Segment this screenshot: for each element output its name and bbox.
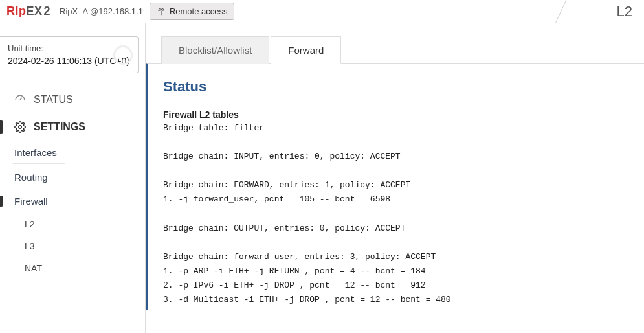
unit-time-box: Unit time: 2024-02-26 11:06:13 (UTC+0): [0, 36, 139, 73]
unit-time-label: Unit time:: [8, 43, 130, 53]
svg-point-2: [19, 126, 22, 129]
nav-firewall-l2[interactable]: L2: [0, 213, 145, 235]
antenna-icon: [157, 7, 166, 16]
status-heading: Status: [163, 78, 628, 95]
product-logo: RipEX2: [6, 5, 50, 18]
topbar: RipEX2 RipX_A @192.168.1.1 Remote access…: [0, 0, 644, 23]
nav-firewall-nat[interactable]: NAT: [0, 257, 145, 279]
logo-part-2: 2: [44, 5, 51, 17]
nav-status[interactable]: STATUS: [0, 86, 145, 113]
svg-line-1: [20, 98, 22, 100]
device-address-label: RipX_A @192.168.1.1: [60, 6, 143, 16]
sidebar: Unit time: 2024-02-26 11:06:13 (UTC+0) S…: [0, 23, 146, 333]
gear-icon: [14, 121, 26, 133]
main-content: Blocklist/Allowlist Forward Status Firew…: [146, 23, 644, 333]
tab-pane-forward: Status Firewall L2 tables Bridge table: …: [146, 63, 644, 310]
nav-firewall-l3[interactable]: L3: [0, 235, 145, 257]
logo-part-ex: EX: [27, 5, 43, 17]
refresh-icon[interactable]: [113, 45, 133, 65]
nav-status-label: STATUS: [34, 94, 73, 106]
tab-forward[interactable]: Forward: [271, 36, 341, 64]
gauge-icon: [14, 94, 26, 106]
firewall-tables-heading: Firewall L2 tables: [163, 109, 628, 120]
nav-interfaces[interactable]: Interfaces: [13, 141, 65, 164]
tabs: Blocklist/Allowlist Forward: [161, 36, 644, 64]
remote-access-button[interactable]: Remote access: [150, 3, 235, 20]
tab-blocklist[interactable]: Blocklist/Allowlist: [161, 36, 269, 64]
main-nav: STATUS SETTINGS Interfaces Routing Firew…: [0, 86, 145, 279]
nav-settings[interactable]: SETTINGS: [0, 113, 145, 141]
firewall-tables-output: Bridge table: filter Bridge chain: INPUT…: [163, 121, 628, 307]
nav-firewall[interactable]: Firewall: [0, 189, 145, 213]
decorative-slant: [547, 0, 573, 23]
nav-settings-label: SETTINGS: [34, 121, 85, 133]
logo-part-rip: Rip: [6, 5, 27, 17]
remote-access-label: Remote access: [170, 6, 228, 16]
unit-time-value: 2024-02-26 11:06:13 (UTC+0): [8, 56, 130, 66]
nav-routing[interactable]: Routing: [0, 165, 145, 189]
page-context-badge: L2: [617, 0, 632, 23]
